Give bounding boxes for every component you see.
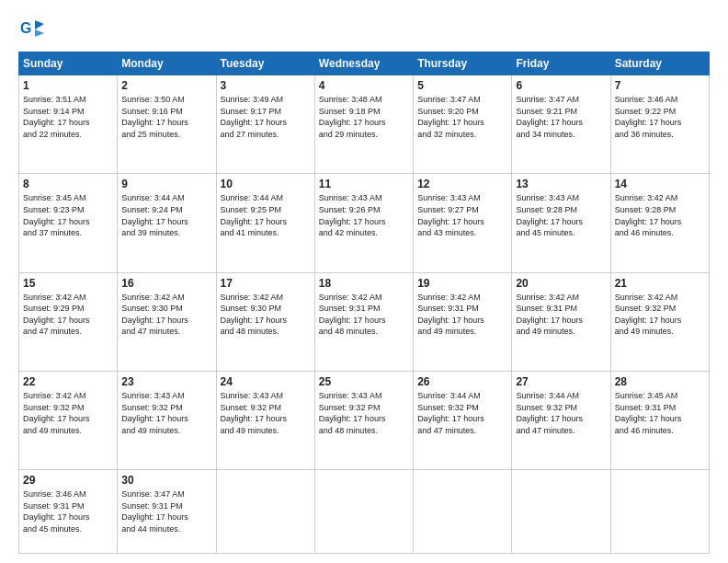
day-number: 22 [23, 375, 113, 388]
day-number: 21 [615, 277, 705, 290]
day-number: 17 [221, 277, 311, 290]
calendar-header-row: Sunday Monday Tuesday Wednesday Thursday… [19, 52, 710, 75]
calendar-table: Sunday Monday Tuesday Wednesday Thursday… [18, 52, 710, 554]
col-thursday: Thursday [414, 52, 512, 75]
logo: G [18, 17, 48, 42]
svg-marker-2 [35, 20, 44, 29]
day-info: Sunrise: 3:47 AM Sunset: 9:20 PM Dayligh… [417, 94, 507, 140]
table-row: 6Sunrise: 3:47 AM Sunset: 9:21 PM Daylig… [512, 75, 610, 174]
table-row: 17Sunrise: 3:42 AM Sunset: 9:30 PM Dayli… [216, 272, 314, 371]
logo-icon: G [18, 17, 44, 42]
table-row: 19Sunrise: 3:42 AM Sunset: 9:31 PM Dayli… [414, 272, 512, 371]
table-row: 18Sunrise: 3:42 AM Sunset: 9:31 PM Dayli… [314, 272, 413, 371]
day-number: 8 [23, 178, 113, 190]
col-friday: Friday [512, 52, 610, 75]
day-number: 14 [615, 178, 705, 190]
table-row: 28Sunrise: 3:45 AM Sunset: 9:31 PM Dayli… [610, 371, 709, 469]
table-row: 25Sunrise: 3:43 AM Sunset: 9:32 PM Dayli… [314, 371, 413, 469]
day-number: 27 [516, 375, 606, 388]
table-row: 10Sunrise: 3:44 AM Sunset: 9:25 PM Dayli… [216, 174, 314, 272]
table-row: 8Sunrise: 3:45 AM Sunset: 9:23 PM Daylig… [19, 174, 118, 272]
table-row: 9Sunrise: 3:44 AM Sunset: 9:24 PM Daylig… [118, 174, 216, 272]
table-row: 26Sunrise: 3:44 AM Sunset: 9:32 PM Dayli… [414, 371, 512, 469]
table-row: 20Sunrise: 3:42 AM Sunset: 9:31 PM Dayli… [512, 272, 610, 371]
table-row: 12Sunrise: 3:43 AM Sunset: 9:27 PM Dayli… [414, 174, 512, 272]
table-row: 5Sunrise: 3:47 AM Sunset: 9:20 PM Daylig… [414, 75, 512, 174]
table-row: 13Sunrise: 3:43 AM Sunset: 9:28 PM Dayli… [512, 174, 610, 272]
table-row: 14Sunrise: 3:42 AM Sunset: 9:28 PM Dayli… [610, 174, 709, 272]
table-row: 23Sunrise: 3:43 AM Sunset: 9:32 PM Dayli… [118, 371, 216, 469]
calendar-week-2: 8Sunrise: 3:45 AM Sunset: 9:23 PM Daylig… [19, 174, 710, 272]
col-saturday: Saturday [610, 52, 709, 75]
table-row: 21Sunrise: 3:42 AM Sunset: 9:32 PM Dayli… [610, 272, 709, 371]
table-row: 24Sunrise: 3:43 AM Sunset: 9:32 PM Dayli… [216, 371, 314, 469]
table-row [512, 470, 610, 554]
day-number: 11 [319, 178, 409, 190]
day-number: 2 [121, 79, 211, 92]
day-info: Sunrise: 3:43 AM Sunset: 9:32 PM Dayligh… [319, 390, 409, 436]
day-number: 7 [615, 79, 705, 92]
day-number: 16 [121, 277, 211, 290]
day-number: 1 [23, 79, 113, 92]
day-number: 12 [417, 178, 507, 190]
day-number: 15 [23, 277, 113, 290]
header: G [18, 17, 710, 42]
table-row: 29Sunrise: 3:46 AM Sunset: 9:31 PM Dayli… [19, 470, 118, 554]
day-info: Sunrise: 3:45 AM Sunset: 9:31 PM Dayligh… [615, 390, 705, 436]
day-number: 24 [221, 375, 311, 388]
day-info: Sunrise: 3:49 AM Sunset: 9:17 PM Dayligh… [221, 94, 311, 140]
day-number: 10 [221, 178, 311, 190]
day-number: 6 [516, 79, 606, 92]
calendar-week-3: 15Sunrise: 3:42 AM Sunset: 9:29 PM Dayli… [19, 272, 710, 371]
table-row: 2Sunrise: 3:50 AM Sunset: 9:16 PM Daylig… [118, 75, 216, 174]
col-monday: Monday [118, 52, 216, 75]
day-number: 28 [615, 375, 705, 388]
table-row: 30Sunrise: 3:47 AM Sunset: 9:31 PM Dayli… [118, 470, 216, 554]
table-row [610, 470, 709, 554]
day-info: Sunrise: 3:44 AM Sunset: 9:24 PM Dayligh… [121, 192, 211, 238]
day-number: 25 [319, 375, 409, 388]
table-row: 22Sunrise: 3:42 AM Sunset: 9:32 PM Dayli… [19, 371, 118, 469]
day-info: Sunrise: 3:44 AM Sunset: 9:25 PM Dayligh… [221, 192, 311, 238]
table-row [216, 470, 314, 554]
day-number: 26 [417, 375, 507, 388]
col-wednesday: Wednesday [314, 52, 413, 75]
table-row [314, 470, 413, 554]
day-info: Sunrise: 3:42 AM Sunset: 9:31 PM Dayligh… [417, 292, 507, 338]
day-number: 4 [319, 79, 409, 92]
day-info: Sunrise: 3:43 AM Sunset: 9:27 PM Dayligh… [417, 192, 507, 238]
day-number: 3 [221, 79, 311, 92]
day-info: Sunrise: 3:42 AM Sunset: 9:29 PM Dayligh… [23, 292, 113, 338]
day-info: Sunrise: 3:51 AM Sunset: 9:14 PM Dayligh… [23, 94, 113, 140]
table-row [414, 470, 512, 554]
day-info: Sunrise: 3:44 AM Sunset: 9:32 PM Dayligh… [516, 390, 606, 436]
day-number: 9 [121, 178, 211, 190]
day-number: 23 [121, 375, 211, 388]
day-info: Sunrise: 3:43 AM Sunset: 9:26 PM Dayligh… [319, 192, 409, 238]
day-info: Sunrise: 3:43 AM Sunset: 9:28 PM Dayligh… [516, 192, 606, 238]
table-row: 4Sunrise: 3:48 AM Sunset: 9:18 PM Daylig… [314, 75, 413, 174]
day-info: Sunrise: 3:42 AM Sunset: 9:32 PM Dayligh… [615, 292, 705, 338]
day-info: Sunrise: 3:43 AM Sunset: 9:32 PM Dayligh… [221, 390, 311, 436]
day-info: Sunrise: 3:43 AM Sunset: 9:32 PM Dayligh… [121, 390, 211, 436]
table-row: 11Sunrise: 3:43 AM Sunset: 9:26 PM Dayli… [314, 174, 413, 272]
day-info: Sunrise: 3:42 AM Sunset: 9:31 PM Dayligh… [319, 292, 409, 338]
svg-marker-3 [35, 29, 44, 37]
day-number: 30 [121, 474, 211, 487]
table-row: 16Sunrise: 3:42 AM Sunset: 9:30 PM Dayli… [118, 272, 216, 371]
day-info: Sunrise: 3:42 AM Sunset: 9:30 PM Dayligh… [221, 292, 311, 338]
calendar-week-1: 1Sunrise: 3:51 AM Sunset: 9:14 PM Daylig… [19, 75, 710, 174]
col-tuesday: Tuesday [216, 52, 314, 75]
day-info: Sunrise: 3:44 AM Sunset: 9:32 PM Dayligh… [417, 390, 507, 436]
table-row: 3Sunrise: 3:49 AM Sunset: 9:17 PM Daylig… [216, 75, 314, 174]
day-info: Sunrise: 3:42 AM Sunset: 9:32 PM Dayligh… [23, 390, 113, 436]
day-number: 29 [23, 474, 113, 487]
day-info: Sunrise: 3:48 AM Sunset: 9:18 PM Dayligh… [319, 94, 409, 140]
day-info: Sunrise: 3:47 AM Sunset: 9:21 PM Dayligh… [516, 94, 606, 140]
day-info: Sunrise: 3:45 AM Sunset: 9:23 PM Dayligh… [23, 192, 113, 238]
day-number: 20 [516, 277, 606, 290]
day-info: Sunrise: 3:46 AM Sunset: 9:31 PM Dayligh… [23, 488, 113, 534]
table-row: 7Sunrise: 3:46 AM Sunset: 9:22 PM Daylig… [610, 75, 709, 174]
day-info: Sunrise: 3:42 AM Sunset: 9:28 PM Dayligh… [615, 192, 705, 238]
day-info: Sunrise: 3:46 AM Sunset: 9:22 PM Dayligh… [615, 94, 705, 140]
